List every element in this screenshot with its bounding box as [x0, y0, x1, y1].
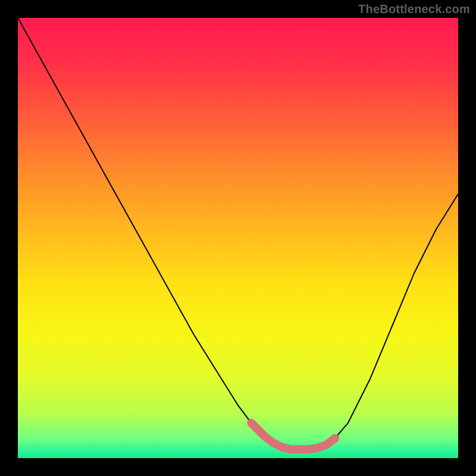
chart-frame: TheBottleneck.com: [0, 0, 476, 476]
plot-area: [18, 18, 458, 458]
bottleneck-chart: [18, 18, 458, 458]
optimal-point-dot: [331, 434, 339, 443]
gradient-background: [18, 18, 458, 458]
watermark-text: TheBottleneck.com: [358, 2, 470, 16]
